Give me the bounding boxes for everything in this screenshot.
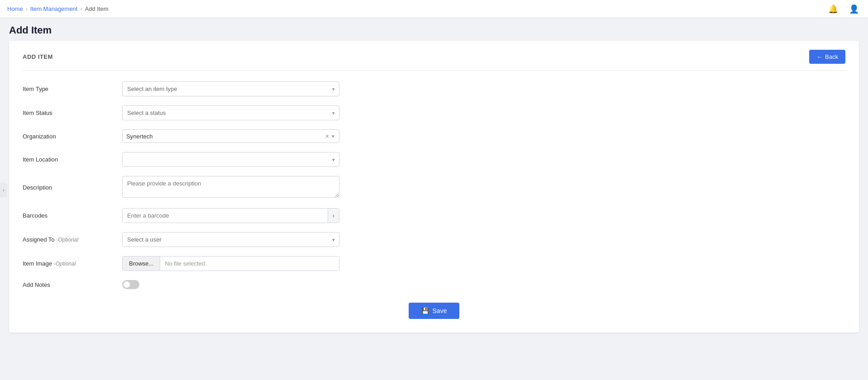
- form-row-item-image: Item Image -Optional Browse... No file s…: [23, 256, 845, 271]
- page-header: Add Item: [0, 18, 868, 41]
- barcode-add-button[interactable]: ›: [328, 209, 339, 223]
- assigned-to-control: Select a user ▾: [122, 232, 339, 247]
- barcode-arrow-icon: ›: [333, 212, 334, 219]
- add-item-form: Item Type Select an item type ▾ Item Sta…: [23, 81, 845, 319]
- breadcrumb-home[interactable]: Home: [7, 5, 23, 12]
- form-row-item-location: Item Location ▾: [23, 152, 845, 167]
- organization-control: Synertech × ▾: [122, 129, 339, 143]
- organization-dropdown-button[interactable]: ▾: [331, 133, 335, 140]
- assigned-to-label: Assigned To -Optional: [23, 236, 113, 243]
- barcodes-control: ›: [122, 208, 339, 223]
- form-row-barcodes: Barcodes ›: [23, 208, 845, 223]
- main-content: ADD ITEM ← Back Item Type Select an item…: [0, 41, 868, 342]
- organization-label: Organization: [23, 133, 113, 140]
- add-notes-control: [122, 280, 339, 289]
- barcodes-label: Barcodes: [23, 212, 113, 219]
- organization-clear-button[interactable]: ×: [324, 132, 331, 141]
- form-row-organization: Organization Synertech × ▾: [23, 129, 845, 143]
- browse-button[interactable]: Browse...: [123, 256, 160, 271]
- barcode-wrapper: ›: [122, 208, 339, 223]
- user-icon: 👤: [849, 4, 859, 14]
- back-button[interactable]: ← Back: [809, 50, 845, 64]
- chevron-right-icon: ›: [3, 188, 4, 193]
- item-location-control: ▾: [122, 152, 339, 167]
- item-status-select[interactable]: Select a status: [122, 105, 339, 120]
- organization-select-wrapper[interactable]: Synertech × ▾: [122, 129, 339, 143]
- bell-icon: 🔔: [828, 4, 838, 14]
- item-image-optional: -Optional: [54, 261, 76, 267]
- toggle-slider: [122, 280, 139, 289]
- item-status-control: Select a status ▾: [122, 105, 339, 120]
- arrow-left-icon: ←: [816, 53, 822, 60]
- file-input-wrapper: Browse... No file selected.: [122, 256, 339, 271]
- add-notes-label: Add Notes: [23, 281, 113, 288]
- breadcrumb-sep-1: ›: [26, 6, 28, 12]
- description-control: [122, 176, 339, 199]
- file-name-display: No file selected.: [160, 256, 339, 271]
- form-row-add-notes: Add Notes: [23, 280, 845, 289]
- barcode-input[interactable]: [123, 209, 328, 223]
- add-notes-toggle[interactable]: [122, 280, 139, 289]
- item-image-label: Item Image -Optional: [23, 260, 113, 267]
- item-type-control: Select an item type ▾: [122, 81, 339, 96]
- description-textarea[interactable]: [122, 176, 339, 198]
- form-row-item-status: Item Status Select a status ▾: [23, 105, 845, 120]
- breadcrumb-management[interactable]: Item Management: [30, 5, 78, 12]
- save-button-label: Save: [433, 307, 447, 314]
- item-status-select-wrapper: Select a status ▾: [122, 105, 339, 120]
- assigned-to-select-wrapper: Select a user ▾: [122, 232, 339, 247]
- form-row-description: Description: [23, 176, 845, 199]
- item-location-label: Item Location: [23, 156, 113, 163]
- item-status-label: Item Status: [23, 109, 113, 116]
- item-location-select-wrapper: ▾: [122, 152, 339, 167]
- notifications-button[interactable]: 🔔: [826, 2, 840, 16]
- breadcrumb-sep-2: ›: [80, 6, 82, 12]
- item-type-label: Item Type: [23, 86, 113, 92]
- user-profile-button[interactable]: 👤: [847, 2, 861, 16]
- item-location-select[interactable]: [122, 152, 339, 167]
- toggle-wrapper: [122, 280, 339, 289]
- top-bar: Home › Item Management › Add Item 🔔 👤: [0, 0, 868, 18]
- item-type-select-wrapper: Select an item type ▾: [122, 81, 339, 96]
- card-header: ADD ITEM ← Back: [23, 50, 845, 71]
- page-title: Add Item: [9, 24, 859, 36]
- breadcrumb-current: Add Item: [85, 5, 108, 12]
- organization-value: Synertech: [126, 133, 324, 140]
- description-label: Description: [23, 184, 113, 191]
- item-image-control: Browse... No file selected.: [122, 256, 339, 271]
- breadcrumb: Home › Item Management › Add Item: [7, 5, 109, 12]
- assigned-to-select[interactable]: Select a user: [122, 232, 339, 247]
- card-title: ADD ITEM: [23, 53, 53, 60]
- save-button[interactable]: 💾 Save: [409, 303, 460, 319]
- top-bar-icons: 🔔 👤: [826, 2, 861, 16]
- add-item-card: ADD ITEM ← Back Item Type Select an item…: [9, 41, 859, 332]
- assigned-to-optional: -Optional: [56, 237, 78, 243]
- back-button-label: Back: [825, 53, 838, 60]
- sidebar-toggle[interactable]: ›: [0, 183, 7, 197]
- form-row-assigned-to: Assigned To -Optional Select a user ▾: [23, 232, 845, 247]
- save-icon: 💾: [421, 307, 429, 314]
- item-type-select[interactable]: Select an item type: [122, 81, 339, 96]
- form-actions: 💾 Save: [23, 303, 845, 319]
- form-row-item-type: Item Type Select an item type ▾: [23, 81, 845, 96]
